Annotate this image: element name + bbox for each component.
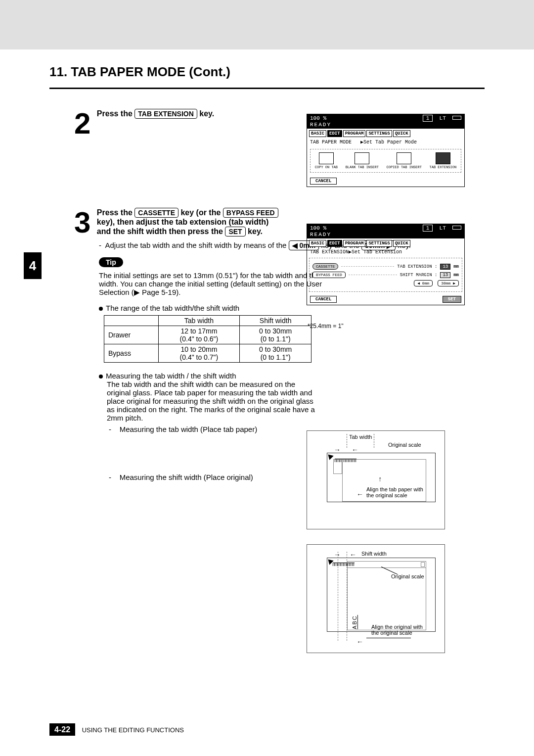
measure-body: The tab width and the shift width can be… bbox=[107, 380, 316, 422]
chapter-name: USING THE EDITING FUNCTIONS bbox=[82, 726, 184, 734]
td-drawer-tab: 12 to 17mm(0.4" to 0.6") bbox=[158, 326, 240, 344]
bypass-feed-key: BYPASS FEED bbox=[223, 208, 278, 218]
step2-suffix: key. bbox=[199, 109, 214, 118]
side-chapter-tab: 4 bbox=[24, 252, 42, 279]
d1-origscale: Original scale bbox=[388, 442, 421, 448]
panel2-tabs: BASIC EDIT PROGRAM SETTINGS QUICK bbox=[307, 238, 464, 248]
btn-30mm[interactable]: 30mm ▶ bbox=[438, 280, 459, 286]
lcd-panel-1: 100 % 1 LT READY BASIC EDIT PROGRAM SETT… bbox=[307, 114, 465, 187]
tab-basic-2[interactable]: BASIC bbox=[309, 240, 326, 247]
td-drawer-shift: 0 to 30mm(0 to 1.1") bbox=[240, 326, 312, 344]
panel1-modes: COPY ON TAB BLANK TAB INSERT COPIED TAB … bbox=[310, 149, 461, 173]
title-rule bbox=[49, 88, 485, 89]
cassette-pill[interactable]: CASSETTE bbox=[312, 263, 338, 270]
td-bypass: Bypass bbox=[104, 344, 159, 363]
btn-0mm[interactable]: ◀ 0mm bbox=[414, 280, 433, 286]
tab-settings[interactable]: SETTINGS bbox=[366, 130, 392, 137]
tab-edit-2[interactable]: EDIT bbox=[327, 240, 342, 247]
tab-quick[interactable]: QUICK bbox=[393, 130, 410, 137]
tab-quick-2[interactable]: QUICK bbox=[393, 240, 410, 247]
p2-crumb-r: ▶Set Tab Extension bbox=[349, 249, 402, 255]
tab-program[interactable]: PROGRAM bbox=[343, 130, 366, 137]
th-tabwidth: Tab width bbox=[158, 316, 240, 326]
panel1-cancel[interactable]: CANCEL bbox=[310, 178, 337, 185]
mode3-lbl: COPIED TAB INSERT bbox=[387, 165, 422, 169]
mode-blank-tab-insert[interactable]: BLANK TAB INSERT bbox=[346, 152, 379, 169]
step-2-number: 2 bbox=[74, 109, 90, 139]
set-key: SET bbox=[225, 227, 245, 236]
tip-badge: Tip bbox=[99, 257, 123, 267]
th-blank bbox=[104, 316, 159, 326]
d2-arrow-left-align-icon: ← bbox=[356, 638, 363, 646]
panel1-header: 100 % 1 LT bbox=[307, 114, 464, 122]
mode1-lbl: COPY ON TAB bbox=[315, 165, 338, 169]
mode-copy-on-tab[interactable]: COPY ON TAB bbox=[315, 152, 338, 169]
panel1-count: 1 bbox=[423, 115, 433, 122]
tip-body: The initial settings are set to 13mm (0.… bbox=[99, 271, 336, 297]
td-bypass-shift: 0 to 30mm(0 to 1.1") bbox=[240, 344, 312, 363]
arrow-up-icon: → bbox=[376, 476, 384, 483]
panel2-set[interactable]: SET bbox=[443, 296, 461, 303]
d2-shiftwidth: Shift width bbox=[361, 551, 387, 557]
range-heading-text: The range of the tab width/the shift wid… bbox=[106, 304, 239, 312]
d1-align: Align the tab paper with the original sc… bbox=[366, 486, 423, 498]
d2-platen bbox=[327, 558, 436, 632]
measure-item-2: - Measuring the shift width (Place origi… bbox=[109, 473, 316, 481]
d2-abc: ABC bbox=[352, 615, 358, 629]
td-drawer: Drawer bbox=[104, 326, 159, 344]
panel1-crumb: TAB PAPER MODE ▶Set Tab Paper Mode bbox=[307, 138, 464, 146]
tab-program-2[interactable]: PROGRAM bbox=[343, 240, 366, 247]
panel2-crumb: TAB EXTENSION▶Set Tab Extension bbox=[307, 248, 464, 256]
measure-item-1-text: Measuring the tab width (Place tab paper… bbox=[120, 425, 258, 433]
measure-item-2-text: Measuring the shift width (Place origina… bbox=[120, 473, 253, 481]
tray-icon bbox=[452, 116, 461, 120]
section-title: 11. TAB PAPER MODE (Cont.) bbox=[49, 64, 485, 80]
panel1-ready: READY bbox=[307, 122, 464, 129]
panel1-media: LT bbox=[440, 115, 446, 121]
d2-align: Align the original with the original sca… bbox=[371, 624, 423, 636]
step-3-text: Press the CASSETTE key (or the BYPASS FE… bbox=[97, 208, 280, 236]
panel2-body: CASSETTE TAB EXTENSION : 13 mm BYPASS FE… bbox=[309, 258, 462, 292]
panel1-zoom: 100 % bbox=[310, 115, 326, 121]
page-footer: 4-22 USING THE EDITING FUNCTIONS bbox=[49, 725, 184, 734]
bypass-pill[interactable]: BYPASS FEED bbox=[312, 272, 346, 278]
tab-settings-2[interactable]: SETTINGS bbox=[366, 240, 392, 247]
arrow-left-align-icon: ← bbox=[356, 490, 363, 498]
tabext-unit: mm bbox=[453, 264, 459, 269]
d2-origscale: Original scale bbox=[391, 573, 424, 579]
lcd-panel-2: 100 % 1 LT READY BASIC EDIT PROGRAM SETT… bbox=[307, 224, 465, 305]
p2-crumb-l: TAB EXTENSION bbox=[310, 249, 349, 255]
panel1-body: COPY ON TAB BLANK TAB INSERT COPIED TAB … bbox=[307, 146, 464, 176]
p1-crumb-l: TAB PAPER MODE bbox=[310, 140, 352, 145]
shift-unit: mm bbox=[453, 273, 459, 278]
step2-prefix: Press the bbox=[97, 109, 134, 118]
bullet-icon-2 bbox=[99, 375, 103, 378]
measure-heading-row: Measuring the tab width / the shift widt… bbox=[99, 372, 316, 481]
panel2-count: 1 bbox=[423, 225, 433, 232]
tab-extension-key: TAB EXTENSION bbox=[134, 109, 197, 119]
p1-crumb-r: ▶Set Tab Paper Mode bbox=[360, 140, 417, 145]
footnote-conversion: *25.4mm = 1" bbox=[308, 323, 344, 330]
step-2-text: Press the TAB EXTENSION key. bbox=[97, 109, 214, 119]
shift-value: 13 bbox=[440, 272, 450, 278]
d1-tabwidth: Tab width bbox=[347, 434, 374, 448]
tab-basic[interactable]: BASIC bbox=[309, 130, 326, 137]
measure-item-1: - Measuring the tab width (Place tab pap… bbox=[109, 425, 316, 433]
tab-edit[interactable]: EDIT bbox=[327, 130, 342, 137]
d2-dash2 bbox=[347, 552, 347, 641]
tabext-value: 13 bbox=[440, 264, 450, 270]
panel2-header: 100 % 1 LT bbox=[307, 224, 464, 232]
step-3-number: 3 bbox=[74, 208, 90, 237]
page-number: 4-22 bbox=[49, 723, 75, 736]
mode-copied-tab-insert[interactable]: COPIED TAB INSERT bbox=[387, 152, 422, 169]
d2-dash1 bbox=[338, 552, 338, 641]
mode-tab-extension[interactable]: TAB EXTENSION bbox=[430, 152, 457, 169]
panel2-ready: READY bbox=[307, 232, 464, 238]
panel2-cancel[interactable]: CANCEL bbox=[310, 296, 337, 303]
bullet-icon bbox=[99, 307, 103, 311]
shift-label: SHIFT MARGIN : bbox=[400, 273, 438, 278]
step3-sub: Adjust the tab width and the shift width… bbox=[105, 241, 287, 249]
panel2-media: LT bbox=[440, 225, 446, 231]
diagram-tab-width: Tab width Original scale → ← → Align the… bbox=[307, 430, 445, 529]
tray-icon-2 bbox=[452, 226, 461, 230]
